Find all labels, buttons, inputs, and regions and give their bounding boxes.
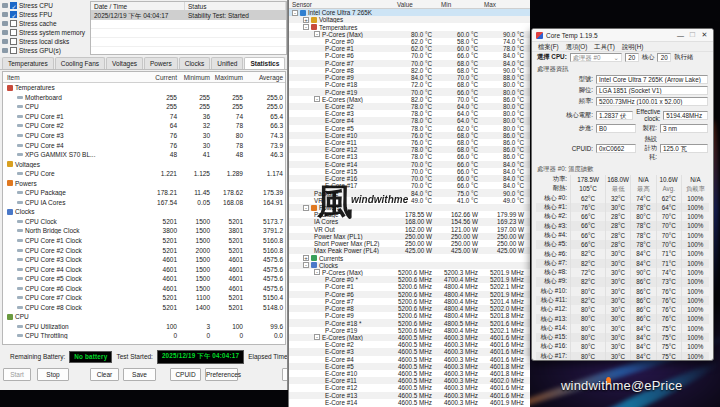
sensor-row[interactable]: E-Core #1076.0 °C68.0 °C86.0 °C (289, 132, 530, 139)
sensor-row[interactable]: Package84.0 °C75.0 °C90.0 °C (289, 189, 530, 196)
log-entry-row[interactable]: 2025/12/19 下午 04:04:17 Stability Test: S… (91, 11, 286, 20)
sensor-row[interactable]: E-Core #104600.5 MHz4600.3 MHz4601.8 MHz (289, 370, 530, 377)
menu-item[interactable]: 檔案(F) (538, 43, 559, 50)
stats-group-row[interactable]: Voltages (3, 159, 285, 169)
coretemp-titlebar[interactable]: Core Temp 1.19.5 — ☐ ✕ (532, 29, 713, 42)
sensor-group-row[interactable]: -P-Cores (Max)5200.6 MHz5200.3 MHz5201.9… (289, 269, 530, 276)
stats-item-row[interactable]: Motherboard255255255255.0 (3, 93, 285, 103)
tab-cooling-fans[interactable]: Cooling Fans (55, 57, 105, 69)
stats-item-row[interactable]: CPU Core #376308074.3 (3, 131, 285, 141)
sensor-row[interactable]: VR Out162.00 W121.00 W197.00 W (289, 226, 530, 233)
stats-group-row[interactable]: Powers (3, 178, 285, 188)
stress-checkbox[interactable] (10, 47, 17, 54)
sensor-row[interactable]: E-Core #1470.0 °C66.0 °C84.0 °C (289, 161, 530, 168)
stress-option[interactable]: Stress FPU (2, 10, 88, 19)
stress-checkbox[interactable] (10, 29, 17, 36)
collapse-icon[interactable]: - (303, 24, 309, 30)
stats-item-row[interactable]: CPU Core1.2211.1251.2891.174 (3, 169, 285, 179)
sensor-group-row[interactable]: -Clocks (289, 262, 530, 269)
minimize-icon[interactable]: — (676, 32, 685, 39)
sensor-row[interactable]: Power Max (PL1)250.00 W250.00 W250.00 W (289, 233, 530, 240)
tab-clocks[interactable]: Clocks (179, 57, 211, 69)
sensor-row[interactable]: E-Core #1770.0 °C66.0 °C84.0 °C (289, 182, 530, 189)
sensor-row[interactable]: Short Power Max (PL2)250.00 W250.00 W250… (289, 240, 530, 247)
sensor-row[interactable]: P-Core #1872.0 °C68.0 °C80.0 °C (289, 81, 530, 88)
sensor-row[interactable]: P-Core #85200.6 MHz4800.4 MHz5202.0 MHz (289, 305, 530, 312)
sensor-row[interactable]: E-Core #24600.5 MHz4600.3 MHz4601.6 MHz (289, 341, 530, 348)
sensor-row[interactable]: P-Core #670.0 °C66.0 °C84.0 °C (289, 52, 530, 59)
stats-item-row[interactable]: CPU Core #2 Clock5201200052015160.8 (3, 245, 285, 255)
sensor-row[interactable]: P-Core #0 *5200.6 MHz4700.4 MHz5201.9 MH… (289, 276, 530, 283)
stress-checkbox[interactable] (10, 2, 17, 9)
sensor-row[interactable]: E-Core #124600.5 MHz4600.3 MHz4601.6 MHz (289, 384, 530, 391)
sensor-row[interactable]: E-Core #114600.5 MHz4600.3 MHz4602.0 MHz (289, 377, 530, 384)
sensor-row[interactable]: P-Core #195200.6 MHz4800.4 MHz5202.1 MHz (289, 327, 530, 334)
sensor-row[interactable]: E-Core #578.0 °C62.0 °C80.0 °C (289, 125, 530, 132)
sensor-row[interactable]: P-Core #18 *5200.6 MHz4800.5 MHz5201.6 M… (289, 319, 530, 326)
stress-option[interactable]: Stress GPU(s) (2, 46, 88, 55)
sensor-group-row[interactable]: -Powers (289, 204, 530, 211)
stress-checkbox[interactable] (10, 38, 17, 45)
sensor-row[interactable]: E-Core #1278.0 °C68.0 °C86.0 °C (289, 146, 530, 153)
expand-icon[interactable]: + (303, 17, 309, 23)
sensor-row[interactable]: VR49.0 °C41.0 °C49.0 °C (289, 197, 530, 204)
tab-statistics[interactable]: Statistics (244, 57, 285, 69)
sensor-row[interactable]: E-Core #44600.5 MHz4600.3 MHz4601.6 MHz (289, 356, 530, 363)
sensor-row[interactable]: E-Core #478.0 °C64.0 °C80.0 °C (289, 117, 530, 124)
stats-item-row[interactable]: CPU Core #174367465.4 (3, 112, 285, 122)
sensor-group-row[interactable]: -P-Cores (Max)80.0 °C60.0 °C90.0 °C (289, 31, 530, 38)
cpuid-button[interactable]: CPUID (170, 368, 201, 381)
cpu-select-dropdown[interactable]: 處理器 #0 ⌄ (570, 53, 622, 62)
stats-item-row[interactable]: CPU Utilization100310099.6 (3, 322, 285, 332)
stats-col-header[interactable]: Minimum (179, 74, 212, 81)
sensor-row[interactable]: E-Core #134600.5 MHz4600.3 MHz4601.6 MHz (289, 392, 530, 399)
sensor-row[interactable]: P-Core #95200.6 MHz4800.4 MHz5201.8 MHz (289, 312, 530, 319)
max-col-header[interactable]: Max (484, 1, 527, 8)
sensor-row[interactable]: E-Core #144600.5 MHz4600.3 MHz4601.9 MHz (289, 399, 530, 406)
sensor-row[interactable]: E-Core #378.0 °C64.0 °C80.0 °C (289, 110, 530, 117)
sensor-row[interactable]: E-Core #1378.0 °C66.0 °C86.0 °C (289, 153, 530, 160)
stress-option[interactable]: Stress system memory (2, 28, 88, 37)
stats-group-row[interactable]: Temperatures (3, 83, 285, 93)
sensor-row[interactable]: E-Core #1570.0 °C66.0 °C84.0 °C (289, 168, 530, 175)
close-icon[interactable]: ✕ (700, 31, 709, 39)
value-col-header[interactable]: Value (397, 1, 441, 8)
stats-item-row[interactable]: CPU Core #4 Clock4601150046014575.6 (3, 264, 285, 274)
menu-item[interactable]: 工具(T) (594, 43, 615, 50)
stats-item-row[interactable]: CPU Core #8 Clock5201140052015148.0 (3, 303, 285, 313)
stats-item-row[interactable]: CPU255255255255.0 (3, 102, 285, 112)
collapse-icon[interactable]: - (314, 269, 320, 275)
sensor-row[interactable]: P-Core #65200.6 MHz4800.4 MHz5201.9 MHz (289, 291, 530, 298)
clear-button[interactable]: Clear (90, 368, 119, 381)
save-button[interactable]: Save (123, 368, 156, 381)
stats-col-header[interactable]: Average (245, 74, 285, 81)
sensor-row[interactable]: P-Core #1970.0 °C66.0 °C80.0 °C (289, 88, 530, 95)
stop-button[interactable]: Stop (37, 368, 69, 381)
tab-powers[interactable]: Powers (144, 57, 178, 69)
stats-group-row[interactable]: CPU (3, 312, 285, 322)
stats-item-row[interactable]: CPU Core #1 Clock5201150052015160.8 (3, 236, 285, 246)
stats-item-row[interactable]: CPU Core #3 Clock4601150046014575.6 (3, 255, 285, 265)
sensor-row[interactable]: P-Core #984.0 °C70.0 °C88.0 °C (289, 74, 530, 81)
sensor-row[interactable]: Max Peak Power (PL4)425.00 W425.00 W425.… (289, 247, 530, 254)
sensor-group-row[interactable]: -Intel Core Ultra 7 265K (289, 9, 530, 16)
stats-col-header[interactable]: Item (3, 74, 146, 81)
stats-col-header[interactable]: Current (146, 74, 179, 81)
stats-item-row[interactable]: CPU Core #264327866.3 (3, 121, 285, 131)
stats-item-row[interactable]: CPU Core #6 Clock4601150046014575.6 (3, 283, 285, 293)
stress-option[interactable]: Stress CPU (2, 1, 88, 10)
sensor-row[interactable]: P-Core #882.0 °C68.0 °C90.0 °C (289, 67, 530, 74)
stats-item-row[interactable]: CPU Clock5201150052015173.7 (3, 217, 285, 227)
sensor-row[interactable]: E-Core #1670.0 °C66.0 °C84.0 °C (289, 175, 530, 182)
collapse-icon[interactable]: - (303, 205, 309, 211)
stats-item-row[interactable]: North Bridge Clock3800150038013791.2 (3, 226, 285, 236)
stress-option[interactable]: Stress cache (2, 19, 88, 28)
sensor-row[interactable]: E-Core #54600.5 MHz4600.3 MHz4601.8 MHz (289, 363, 530, 370)
expand-icon[interactable]: + (303, 255, 309, 261)
sensor-row[interactable]: P-Core #162.0 °C60.0 °C78.0 °C (289, 45, 530, 52)
sensor-row[interactable]: P-Core #770.0 °C68.0 °C84.0 °C (289, 60, 530, 67)
stress-option[interactable]: Stress local disks (2, 37, 88, 46)
sensor-group-row[interactable]: -Temperatures (289, 23, 530, 30)
collapse-icon[interactable]: - (303, 262, 309, 268)
menu-item[interactable]: 說明(H) (622, 43, 643, 50)
